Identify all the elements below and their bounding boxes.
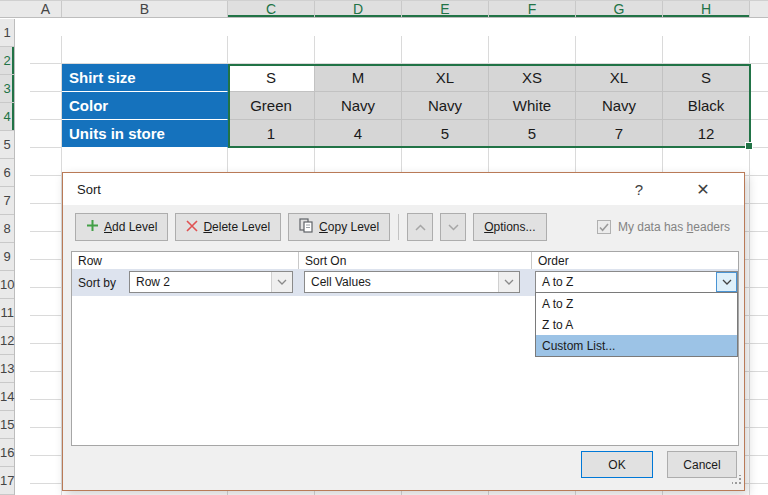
cell-A15[interactable] — [30, 428, 62, 456]
move-up-button[interactable] — [407, 213, 433, 241]
row-header-2[interactable]: 2 — [0, 47, 14, 75]
cell-A9[interactable] — [30, 260, 62, 288]
col-header-E[interactable]: E — [402, 1, 489, 17]
cell-A14[interactable] — [30, 400, 62, 428]
dropdown-option-custom-list[interactable]: Custom List... — [536, 335, 737, 356]
options-button[interactable]: Options... — [473, 213, 546, 241]
cell-A4[interactable] — [30, 120, 62, 148]
row-header-12[interactable]: 12 — [0, 327, 14, 355]
row-header-15[interactable]: 15 — [0, 411, 14, 439]
my-data-has-headers-checkbox[interactable]: My data has headers — [597, 220, 730, 234]
cell-E2[interactable]: XL — [402, 64, 489, 92]
move-down-button[interactable] — [440, 213, 466, 241]
cell-filler — [750, 316, 768, 344]
cell-D3[interactable]: Navy — [315, 92, 402, 120]
dropdown-option-a-to-z[interactable]: A to Z — [536, 293, 737, 314]
row-header-8[interactable]: 8 — [0, 215, 14, 243]
copy-level-label: Copy Level — [319, 220, 379, 234]
row-header-9[interactable]: 9 — [0, 243, 14, 271]
cell-filler — [750, 428, 768, 456]
cell-H3[interactable]: Black — [663, 92, 750, 120]
close-icon[interactable]: ✕ — [688, 180, 718, 199]
cell-C1[interactable] — [228, 36, 315, 64]
row-header-14[interactable]: 14 — [0, 383, 14, 411]
cell-G4[interactable]: 7 — [576, 120, 663, 148]
add-level-button[interactable]: Add Level — [75, 213, 168, 241]
chevron-down-icon[interactable] — [716, 272, 737, 292]
cell-H1[interactable] — [663, 36, 750, 64]
cell-A13[interactable] — [30, 372, 62, 400]
cell-filler — [750, 92, 768, 120]
cell-H2[interactable]: S — [663, 64, 750, 92]
cell-G3[interactable]: Navy — [576, 92, 663, 120]
cell-F2[interactable]: XS — [489, 64, 576, 92]
chevron-down-icon[interactable] — [271, 272, 292, 292]
row-header-1[interactable]: 1 — [0, 19, 14, 47]
row-header-10[interactable]: 10 — [0, 271, 14, 299]
dropdown-option-z-to-a[interactable]: Z to A — [536, 314, 737, 335]
col-header-D[interactable]: D — [315, 1, 402, 17]
cell-D2[interactable]: M — [315, 64, 402, 92]
cell-G1[interactable] — [576, 36, 663, 64]
cell-A1[interactable] — [30, 36, 62, 64]
order-combobox[interactable]: A to Z — [535, 271, 738, 293]
cell-D1[interactable] — [315, 36, 402, 64]
row-header-7[interactable]: 7 — [0, 187, 14, 215]
cell-A17[interactable] — [30, 484, 62, 495]
col-header-F[interactable]: F — [489, 1, 576, 17]
cell-A5[interactable] — [30, 148, 62, 176]
cell-A2[interactable] — [30, 64, 62, 92]
cell-B3[interactable]: Color — [62, 92, 228, 120]
copy-level-button[interactable]: Copy Level — [288, 213, 390, 241]
row-header-16[interactable]: 16 — [0, 439, 14, 467]
dialog-titlebar[interactable]: Sort ? ✕ — [63, 173, 744, 205]
cell-E1[interactable] — [402, 36, 489, 64]
col-header-G[interactable]: G — [576, 1, 663, 17]
resize-grip-icon[interactable] — [732, 474, 742, 488]
delete-level-button[interactable]: Delete Level — [175, 213, 281, 241]
cell-C4[interactable]: 1 — [228, 120, 315, 148]
col-header-C[interactable]: C — [228, 1, 315, 17]
column-header-bar: ABCDEFGH — [0, 0, 768, 18]
cell-A6[interactable] — [30, 176, 62, 204]
cell-D4[interactable]: 4 — [315, 120, 402, 148]
cell-F1[interactable] — [489, 36, 576, 64]
cell-A16[interactable] — [30, 456, 62, 484]
ok-button[interactable]: OK — [581, 451, 653, 478]
row-header-13[interactable]: 13 — [0, 355, 14, 383]
cell-A7[interactable] — [30, 204, 62, 232]
row-combobox[interactable]: Row 2 — [129, 271, 293, 293]
cell-G2[interactable]: XL — [576, 64, 663, 92]
cancel-button[interactable]: Cancel — [667, 451, 737, 478]
cell-A10[interactable] — [30, 288, 62, 316]
cell-C2[interactable]: S — [228, 64, 315, 92]
cell-F4[interactable]: 5 — [489, 120, 576, 148]
row-header-11[interactable]: 11 — [0, 299, 14, 327]
column-label-sort-on: Sort On — [299, 252, 346, 269]
cell-A3[interactable] — [30, 92, 62, 120]
row-header-3[interactable]: 3 — [0, 75, 14, 103]
cell-E3[interactable]: Navy — [402, 92, 489, 120]
cell-filler — [750, 64, 768, 92]
cell-A12[interactable] — [30, 344, 62, 372]
row-header-4[interactable]: 4 — [0, 103, 14, 131]
cell-E4[interactable]: 5 — [402, 120, 489, 148]
cell-B1[interactable] — [62, 36, 228, 64]
cell-C3[interactable]: Green — [228, 92, 315, 120]
cell-H4[interactable]: 12 — [663, 120, 750, 148]
row-header-6[interactable]: 6 — [0, 159, 14, 187]
row-header-17[interactable]: 17 — [0, 467, 14, 495]
col-header-A[interactable]: A — [30, 1, 62, 17]
col-header-B[interactable]: B — [62, 1, 228, 17]
sort-on-combobox[interactable]: Cell Values — [304, 271, 520, 293]
help-icon[interactable]: ? — [624, 181, 654, 198]
chevron-down-icon[interactable] — [498, 272, 519, 292]
cell-B2[interactable]: Shirt size — [62, 64, 228, 92]
plus-icon — [86, 219, 99, 235]
row-header-5[interactable]: 5 — [0, 131, 14, 159]
cell-B4[interactable]: Units in store — [62, 120, 228, 148]
cell-F3[interactable]: White — [489, 92, 576, 120]
cell-A8[interactable] — [30, 232, 62, 260]
col-header-H[interactable]: H — [663, 1, 750, 17]
cell-A11[interactable] — [30, 316, 62, 344]
